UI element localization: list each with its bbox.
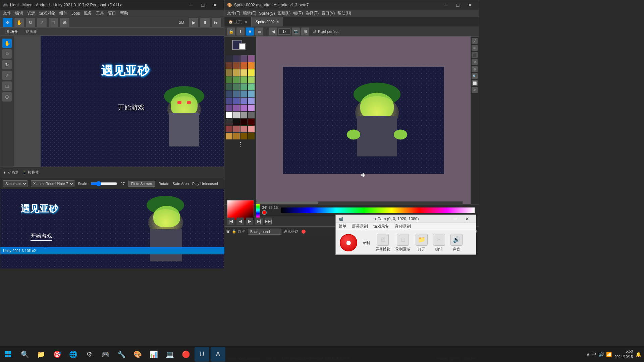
device-dropdown[interactable]: Xiaomi Redmi Note 7 bbox=[31, 180, 74, 187]
menu-window[interactable]: 窗口 bbox=[108, 10, 116, 16]
color-swatch-11[interactable] bbox=[248, 69, 255, 76]
color-swatch-12[interactable] bbox=[226, 76, 232, 83]
right-tool-3[interactable]: ⬛ bbox=[472, 52, 478, 58]
scrollbar-thumb-h[interactable] bbox=[256, 201, 318, 204]
right-tool-4[interactable]: ↗ bbox=[472, 59, 478, 65]
tab-animator[interactable]: 动画器 bbox=[22, 29, 40, 34]
taskbar-app6[interactable]: 🔴 bbox=[178, 347, 193, 362]
taskbar-file-explorer[interactable]: 📁 bbox=[34, 347, 48, 362]
color-swatch-19[interactable] bbox=[248, 83, 255, 90]
toolbar-2d-btn[interactable]: 2D bbox=[176, 20, 187, 25]
menu-jobs[interactable]: Jobs bbox=[71, 11, 80, 16]
menu-edit[interactable]: 编辑 bbox=[15, 10, 23, 16]
color-swatch-16[interactable] bbox=[226, 83, 232, 90]
ocam-menu-menu[interactable]: 菜单 bbox=[338, 224, 346, 229]
scene-hand-tool[interactable]: ✋ bbox=[2, 39, 12, 48]
color-swatch-47[interactable] bbox=[248, 133, 255, 139]
unity-close[interactable]: ✕ bbox=[209, 1, 221, 9]
right-tool-6[interactable]: 🔍 bbox=[472, 73, 478, 79]
frame-first[interactable]: |◀ bbox=[227, 218, 234, 225]
menu-gameobject[interactable]: 游戏对象 bbox=[39, 10, 55, 16]
menu-tools[interactable]: 工具 bbox=[96, 10, 104, 16]
simulator-tab[interactable]: 📱 模拟器 bbox=[22, 170, 39, 175]
layer-name-input[interactable] bbox=[248, 229, 281, 235]
color-gradient-picker[interactable] bbox=[227, 200, 254, 220]
color-swatch-44[interactable] bbox=[226, 133, 232, 139]
menu-services[interactable]: 服务 bbox=[84, 10, 92, 16]
ocam-close[interactable]: ✕ bbox=[461, 215, 473, 223]
safe-area-label[interactable]: Safe Area bbox=[173, 182, 189, 186]
notification-icon[interactable]: 🔔 bbox=[636, 352, 641, 357]
scene-transform-tool2[interactable]: ⊕ bbox=[2, 92, 12, 102]
color-swatch-2[interactable] bbox=[240, 55, 247, 62]
palette-add[interactable]: ⋮ bbox=[237, 141, 244, 148]
audio-btn[interactable]: 🔊 声音 bbox=[450, 234, 463, 252]
color-swatch-35[interactable] bbox=[248, 112, 255, 118]
prev-btn[interactable]: ◀ bbox=[269, 27, 277, 36]
color-swatch-3[interactable] bbox=[248, 55, 255, 62]
move-tool[interactable]: ✥ bbox=[3, 18, 12, 27]
hand-tool[interactable]: ✋ bbox=[14, 18, 24, 27]
grid-btn[interactable]: ⊞ bbox=[301, 27, 309, 36]
tray-cn[interactable]: 中 bbox=[592, 351, 596, 357]
unity-maximize[interactable]: □ bbox=[197, 1, 209, 9]
color-swatch-34[interactable] bbox=[240, 112, 247, 118]
scale-slider[interactable] bbox=[91, 181, 117, 186]
color-swatch-25[interactable] bbox=[233, 98, 240, 104]
scene-rotate-tool2[interactable]: ↻ bbox=[2, 60, 12, 69]
color-swatch-7[interactable] bbox=[248, 62, 255, 69]
asp-menu-frame[interactable]: 帧(R) bbox=[293, 10, 303, 16]
color-swatch-1[interactable] bbox=[233, 55, 240, 62]
right-tool-1[interactable]: ╱ bbox=[472, 38, 478, 44]
taskbar-aseprite[interactable]: A bbox=[211, 347, 225, 362]
taskbar-unity[interactable]: U bbox=[195, 347, 209, 362]
color-swatch-30[interactable] bbox=[240, 105, 247, 111]
color-swatch-36[interactable] bbox=[226, 119, 232, 125]
taskbar-app1[interactable]: 🎮 bbox=[98, 347, 113, 362]
ocam-record-button[interactable]: ⏺ bbox=[340, 234, 357, 251]
frame-next[interactable]: ▶| bbox=[255, 218, 263, 225]
open-btn[interactable]: 📁 打开 bbox=[416, 234, 428, 252]
rect-tool[interactable]: □ bbox=[49, 18, 58, 27]
pixel-perfect-checkbox[interactable]: ☑ bbox=[313, 29, 316, 34]
color-swatch-24[interactable] bbox=[226, 98, 232, 104]
color-swatch-38[interactable] bbox=[240, 119, 247, 125]
color-swatch-23[interactable] bbox=[248, 90, 255, 97]
tray-expand[interactable]: ∧ bbox=[586, 352, 590, 357]
scale-tool[interactable]: ⤢ bbox=[37, 18, 47, 27]
horizontal-scrollbar[interactable] bbox=[256, 201, 463, 204]
layer-lock[interactable]: 🔒 bbox=[232, 229, 236, 234]
tab-home[interactable]: 🏠 主页 ✕ bbox=[224, 17, 252, 26]
layer-eye[interactable]: 👁 bbox=[226, 229, 230, 234]
color-swatch-5[interactable] bbox=[233, 62, 240, 69]
frame-prev[interactable]: ◀ bbox=[236, 218, 244, 225]
color-swatch-46[interactable] bbox=[240, 133, 247, 139]
aseprite-minimize[interactable]: ─ bbox=[440, 1, 452, 9]
asp-menu-layer[interactable]: 图层(L) bbox=[278, 10, 291, 16]
color-swatch-0[interactable] bbox=[226, 55, 232, 62]
zoom-input[interactable] bbox=[278, 28, 290, 35]
taskbar-settings[interactable]: ⚙ bbox=[82, 347, 97, 362]
fg-bg-colors[interactable] bbox=[232, 40, 249, 53]
color-swatch-42[interactable] bbox=[240, 126, 247, 132]
tab-home-close[interactable]: ✕ bbox=[245, 20, 247, 24]
color-swatch-26[interactable] bbox=[240, 98, 247, 104]
menu-assets[interactable]: 资源 bbox=[27, 10, 35, 16]
menu-help[interactable]: 帮助 bbox=[120, 10, 128, 16]
pause-btn[interactable]: ⏸ bbox=[200, 18, 210, 27]
asp-menu-help[interactable]: 帮助(H) bbox=[337, 10, 351, 16]
animation-tab[interactable]: ⏵ 动画器 bbox=[3, 170, 19, 175]
color-swatch-29[interactable] bbox=[233, 105, 240, 111]
taskbar-clock[interactable]: 5:50 2024/10/15 bbox=[614, 349, 633, 359]
rotate-tool[interactable]: ↻ bbox=[26, 18, 35, 27]
asp-menu-file[interactable]: 文件(F) bbox=[227, 10, 240, 16]
square-btn[interactable]: ■ bbox=[246, 27, 254, 36]
tray-network[interactable]: 📶 bbox=[606, 352, 612, 357]
edit-btn[interactable]: ✂ 编辑 bbox=[433, 234, 445, 252]
color-swatch-17[interactable] bbox=[233, 83, 240, 90]
color-swatch-10[interactable] bbox=[240, 69, 247, 76]
menu-file[interactable]: 文件 bbox=[3, 10, 11, 16]
color-swatch-40[interactable] bbox=[226, 126, 232, 132]
layer-name[interactable] bbox=[248, 229, 281, 235]
taskbar-app5[interactable]: 💻 bbox=[162, 347, 177, 362]
